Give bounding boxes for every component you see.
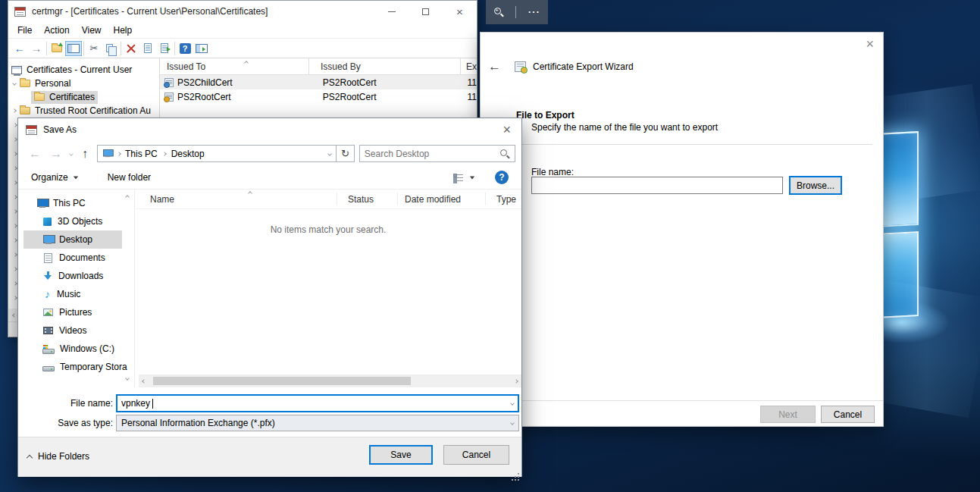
show-folders-icon[interactable] <box>49 41 65 56</box>
nav-pane-scrollbar[interactable] <box>122 190 134 387</box>
expand-chevron-icon[interactable] <box>13 195 17 199</box>
column-type[interactable]: Type <box>486 193 521 206</box>
expand-chevron-icon[interactable] <box>13 238 17 243</box>
nav-item-temporary-storage[interactable]: Temporary Stora <box>23 358 122 376</box>
maximize-button[interactable] <box>409 2 443 21</box>
breadcrumb[interactable]: This PC Desktop <box>97 145 337 162</box>
search-input[interactable] <box>365 149 499 159</box>
certificate-row[interactable]: PS2RootCert PS2RootCert 11 <box>160 89 477 104</box>
tree-item-cert-current-user[interactable]: Certificates - Current User <box>8 63 159 77</box>
tree-item-trusted-root[interactable]: Trusted Root Certification Au <box>8 104 159 118</box>
breadcrumb-dropdown-icon[interactable] <box>327 152 332 156</box>
file-name-dropdown-icon[interactable] <box>510 401 515 406</box>
type-dropdown-icon[interactable] <box>510 421 515 425</box>
tree-item-certificates[interactable]: Certificates <box>8 90 159 104</box>
expand-chevron-icon[interactable] <box>12 81 17 86</box>
certmgr-app-icon <box>14 7 26 17</box>
save-as-titlebar[interactable]: Save As × <box>18 118 521 141</box>
minimize-button[interactable] <box>374 2 409 21</box>
nav-item-desktop[interactable]: Desktop <box>23 230 122 249</box>
wizard-close-icon[interactable]: × <box>866 37 874 51</box>
menu-file[interactable]: File <box>11 25 38 36</box>
wizard-cancel-button[interactable]: Cancel <box>821 406 875 423</box>
expand-chevron-icon[interactable] <box>13 166 17 171</box>
expand-chevron-icon[interactable] <box>13 123 17 127</box>
zoom-tool-icon[interactable]: + <box>493 7 504 17</box>
cut-icon[interactable]: ✂ <box>86 41 102 56</box>
resize-grip[interactable] <box>518 473 519 475</box>
browse-button[interactable]: Browse... <box>789 176 842 195</box>
nav-item-this-pc[interactable]: This PC <box>23 194 122 212</box>
nav-item-downloads[interactable]: Downloads <box>23 267 122 285</box>
nav-forward-icon[interactable]: → <box>50 148 62 160</box>
delete-icon[interactable] <box>123 41 139 56</box>
certificate-row[interactable]: PS2ChildCert PS2RootCert 11 <box>160 75 477 89</box>
export-icon[interactable] <box>156 41 173 56</box>
nav-item-videos[interactable]: Videos <box>23 321 122 340</box>
column-name[interactable]: Name <box>135 193 337 206</box>
show-console-tree-icon[interactable] <box>193 41 210 56</box>
file-name-input[interactable] <box>121 398 167 409</box>
copy-icon[interactable] <box>102 41 119 56</box>
column-expiration[interactable]: Ex <box>461 58 477 74</box>
certmgr-titlebar[interactable]: certmgr - [Certificates - Current User\P… <box>8 1 477 22</box>
properties-icon[interactable] <box>139 41 156 56</box>
console-panel-icon[interactable] <box>65 41 82 56</box>
downloads-icon <box>43 271 52 281</box>
expand-chevron-icon[interactable] <box>13 281 17 286</box>
nav-item-windows-c[interactable]: Windows (C:) <box>23 340 122 358</box>
scrollbar-thumb[interactable] <box>153 377 411 385</box>
search-box[interactable] <box>359 145 515 162</box>
save-as-close-icon[interactable]: × <box>503 123 511 136</box>
change-view-icon[interactable] <box>453 174 463 182</box>
wizard-subheading: Specify the name of the file you want to… <box>531 122 718 133</box>
save-as-cancel-button[interactable]: Cancel <box>443 445 509 465</box>
nav-item-pictures[interactable]: Pictures <box>23 303 122 321</box>
wizard-file-name-input[interactable] <box>532 177 782 193</box>
forward-icon[interactable]: → <box>28 41 45 56</box>
nav-item-3d-objects[interactable]: 3D Objects <box>23 212 122 230</box>
wizard-back-icon[interactable]: ← <box>488 60 501 73</box>
nav-item-documents[interactable]: Documents <box>23 249 122 267</box>
folder-icon <box>20 107 30 114</box>
expand-chevron-icon[interactable] <box>12 108 17 113</box>
new-folder-button[interactable]: New folder <box>108 172 151 183</box>
view-dropdown-icon[interactable] <box>470 176 474 179</box>
column-status[interactable]: Status <box>337 193 398 206</box>
menu-help[interactable]: Help <box>108 25 139 36</box>
save-button[interactable]: Save <box>369 445 433 465</box>
wizard-file-name-field[interactable] <box>531 177 783 194</box>
expand-chevron-icon[interactable] <box>13 224 17 228</box>
breadcrumb-desktop[interactable]: Desktop <box>171 149 205 159</box>
column-issued-to[interactable]: Issued To <box>160 58 309 74</box>
hide-folders-button[interactable]: Hide Folders <box>27 451 89 462</box>
expand-chevron-icon[interactable] <box>13 252 17 257</box>
breadcrumb-this-pc[interactable]: This PC <box>125 149 158 159</box>
refresh-button[interactable]: ↻ <box>337 145 355 162</box>
organize-button[interactable]: Organize <box>31 172 79 183</box>
nav-item-music[interactable]: ♪ Music <box>23 285 122 303</box>
column-issued-by[interactable]: Issued By <box>309 58 461 74</box>
save-as-type-select[interactable]: Personal Information Exchange (*.pfx) <box>116 415 519 431</box>
help-icon[interactable]: ? <box>177 41 193 56</box>
next-button[interactable]: Next <box>760 406 816 423</box>
menu-view[interactable]: View <box>76 25 108 36</box>
nav-back-icon[interactable]: ← <box>29 148 41 160</box>
recent-locations-icon[interactable] <box>69 152 74 156</box>
file-list-horizontal-scrollbar[interactable] <box>139 374 521 387</box>
tree-item-personal[interactable]: Personal <box>8 77 159 90</box>
expand-chevron-icon[interactable] <box>13 180 17 185</box>
back-icon[interactable]: ← <box>11 41 28 56</box>
column-date-modified[interactable]: Date modified <box>398 193 486 206</box>
help-button[interactable]: ? <box>495 171 509 184</box>
search-icon[interactable] <box>499 149 510 159</box>
menu-action[interactable]: Action <box>38 25 75 36</box>
expand-chevron-icon[interactable] <box>13 209 17 214</box>
nav-up-icon[interactable]: ↑ <box>82 148 88 160</box>
file-name-field[interactable] <box>116 394 519 412</box>
expand-chevron-icon[interactable] <box>13 267 17 271</box>
close-button[interactable]: × <box>443 2 477 21</box>
expand-chevron-icon[interactable] <box>13 296 17 300</box>
expand-chevron-icon[interactable] <box>13 137 17 142</box>
expand-chevron-icon[interactable] <box>13 152 17 156</box>
